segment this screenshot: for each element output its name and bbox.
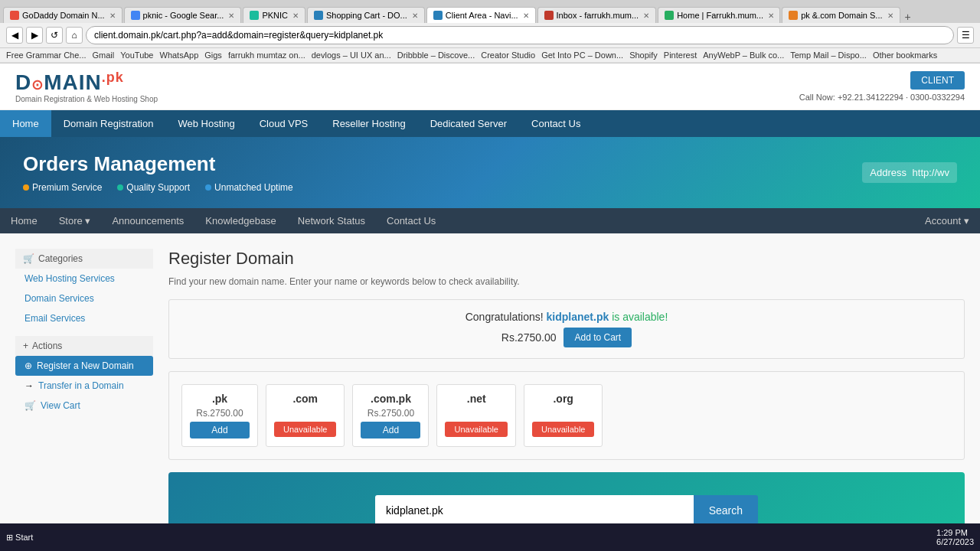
- browser-tabs: GoDaddy Domain N... ✕ pknic - Google Sea…: [0, 0, 980, 23]
- bookmark-pinterest[interactable]: Pinterest: [664, 51, 697, 60]
- nav-web-hosting[interactable]: Web Hosting: [165, 110, 247, 137]
- tab-inbox[interactable]: Inbox - farrukh.mum... ✕: [537, 7, 657, 23]
- bookmark-tempmail[interactable]: Temp Mail – Dispo...: [790, 51, 867, 60]
- main-content: Register Domain Find your new domain nam…: [168, 249, 965, 551]
- nav-reseller-hosting[interactable]: Reseller Hosting: [320, 110, 417, 137]
- sidebar-item-webhosting[interactable]: Web Hosting Services: [15, 269, 153, 289]
- bookmark-grammar[interactable]: Free Grammar Che...: [6, 51, 87, 60]
- site-header: D⊙MAIN.pk Domain Registration & Web Host…: [0, 64, 980, 110]
- banner-feature-uptime: Unmatched Uptime: [205, 182, 293, 193]
- search-button[interactable]: Search: [694, 495, 758, 526]
- domain-card-net: .net Unavailable: [436, 384, 515, 447]
- bookmark-whatsapp[interactable]: WhatsApp: [160, 51, 199, 60]
- congratulations-text: Congratulations!: [466, 311, 544, 323]
- browser-chrome: GoDaddy Domain N... ✕ pknic - Google Sea…: [0, 0, 980, 64]
- sec-nav-knowledgebase[interactable]: Knowledgebase: [194, 208, 287, 233]
- bookmark-gmail[interactable]: Gmail: [93, 51, 115, 60]
- available-banner: Congratulations! kidplanet.pk is availab…: [168, 299, 965, 359]
- page-desc: Find your new domain name. Enter your na…: [168, 276, 965, 287]
- sidebar-item-email-services[interactable]: Email Services: [15, 308, 153, 328]
- logo-text: D⊙MAIN.pk: [15, 70, 158, 95]
- bookmark-creator[interactable]: Creator Studio: [481, 51, 535, 60]
- sidebar-transfer-domain[interactable]: → Transfer in a Domain: [15, 376, 153, 396]
- transfer-icon: →: [24, 380, 34, 391]
- bookmark-anywebp[interactable]: AnyWebP – Bulk co...: [703, 51, 784, 60]
- bookmark-youtube[interactable]: YouTube: [120, 51, 153, 60]
- bookmark-dribbble[interactable]: Dribbble – Discove...: [397, 51, 475, 60]
- sidebar-actions-title: + Actions: [15, 336, 153, 356]
- address-bar[interactable]: [86, 26, 954, 44]
- bookmark-getinto[interactable]: Get Into PC – Down...: [541, 51, 623, 60]
- dot-quality: [117, 184, 123, 191]
- add-compk-button[interactable]: Add: [361, 422, 420, 439]
- bookmark-shopify[interactable]: Shopify: [629, 51, 658, 60]
- content-wrapper: 🛒 Categories Web Hosting Services Domain…: [0, 233, 980, 551]
- cart-icon: 🛒: [23, 253, 34, 264]
- bookmark-devlogs[interactable]: devlogs – UI UX an...: [312, 51, 391, 60]
- domain-card-org: .org Unavailable: [524, 384, 603, 447]
- unavailable-com-button: Unavailable: [274, 422, 336, 437]
- nav-cloud-vps[interactable]: Cloud VPS: [247, 110, 321, 137]
- available-text: Congratulations! kidplanet.pk is availab…: [180, 311, 953, 323]
- sidebar-register-domain[interactable]: ⊕ Register a New Domain: [15, 356, 153, 376]
- plus-icon: +: [23, 341, 28, 351]
- address-value: http://wv: [913, 167, 949, 178]
- view-cart-icon: 🛒: [24, 400, 36, 411]
- start-button[interactable]: ⊞ Start: [6, 533, 33, 543]
- sec-nav-announcements[interactable]: Announcements: [101, 208, 194, 233]
- page-wrapper: D⊙MAIN.pk Domain Registration & Web Host…: [0, 64, 980, 551]
- domain-card-com: .com Unavailable: [266, 384, 345, 447]
- domain-options: .pk Rs.2750.00 Add .com Unavailable .com…: [168, 371, 965, 460]
- bookmark-other[interactable]: Other bookmarks: [873, 51, 937, 60]
- sec-nav-contact[interactable]: Contact Us: [376, 208, 446, 233]
- account-button[interactable]: Account ▾: [914, 208, 980, 233]
- tab-shopping-cart[interactable]: Shopping Cart - DO... ✕: [307, 7, 425, 23]
- nav-contact-us[interactable]: Contact Us: [519, 110, 593, 137]
- domain-card-pk: .pk Rs.2750.00 Add: [181, 384, 258, 447]
- forward-button[interactable]: ▶: [26, 27, 43, 44]
- home-browser-button[interactable]: ⌂: [66, 27, 83, 44]
- domain-search-input[interactable]: [375, 495, 694, 526]
- tab-pknic-search[interactable]: pknic - Google Sear... ✕: [124, 7, 242, 23]
- banner-title: Orders Management: [23, 152, 293, 176]
- bookmark-farrukh[interactable]: farrukh mumtaz on...: [228, 51, 305, 60]
- client-button[interactable]: CLIENT: [910, 71, 965, 90]
- sec-nav-home[interactable]: Home: [0, 208, 48, 233]
- sidebar-view-cart[interactable]: 🛒 View Cart: [15, 396, 153, 416]
- sidebar-item-domain-services[interactable]: Domain Services: [15, 289, 153, 308]
- domain-cards: .pk Rs.2750.00 Add .com Unavailable .com…: [181, 384, 952, 447]
- tab-client-area[interactable]: Client Area - Navi... ✕: [426, 7, 536, 23]
- domain-price: Rs.2750.00: [501, 331, 557, 344]
- tab-pk-com[interactable]: pk &.com Domain S... ✕: [782, 7, 900, 23]
- refresh-button[interactable]: ↺: [46, 27, 63, 44]
- tab-home-farrukh[interactable]: Home | Farrukh.mum... ✕: [658, 7, 780, 23]
- sidebar-categories-title: 🛒 Categories: [15, 249, 153, 269]
- domain-card-compk: .com.pk Rs.2750.00 Add: [352, 384, 429, 447]
- settings-browser-button[interactable]: ☰: [957, 27, 974, 44]
- add-to-cart-button[interactable]: Add to Cart: [564, 328, 632, 347]
- bookmark-gigs[interactable]: Gigs: [204, 51, 222, 60]
- banner-feature-premium: Premium Service: [23, 182, 102, 193]
- header-right: CLIENT Call Now: +92.21.34122294 · 0300-…: [799, 71, 965, 102]
- add-pk-button[interactable]: Add: [190, 422, 250, 439]
- back-button[interactable]: ◀: [6, 27, 23, 44]
- nav-dedicated-server[interactable]: Dedicated Server: [418, 110, 519, 137]
- dot-premium: [23, 184, 29, 191]
- tab-pknic[interactable]: PKNIC ✕: [243, 7, 305, 23]
- sidebar: 🛒 Categories Web Hosting Services Domain…: [15, 249, 153, 551]
- new-tab-button[interactable]: +: [905, 11, 911, 23]
- sec-nav-network[interactable]: Network Status: [287, 208, 376, 233]
- address-label: Address: [870, 167, 906, 178]
- banner-features: Premium Service Quality Support Unmatche…: [23, 182, 293, 193]
- sidebar-actions: + Actions ⊕ Register a New Domain → Tran…: [15, 336, 153, 416]
- main-nav: Home Domain Registration Web Hosting Clo…: [0, 110, 980, 137]
- available-word: is available!: [612, 311, 668, 323]
- nav-home[interactable]: Home: [0, 110, 51, 137]
- nav-domain-registration[interactable]: Domain Registration: [51, 110, 166, 137]
- banner: Orders Management Premium Service Qualit…: [0, 137, 980, 208]
- sec-nav-store[interactable]: Store ▾: [48, 208, 102, 233]
- dot-uptime: [205, 184, 211, 191]
- sidebar-categories: 🛒 Categories Web Hosting Services Domain…: [15, 249, 153, 328]
- tab-godaddy[interactable]: GoDaddy Domain N... ✕: [3, 7, 122, 23]
- browser-nav: ◀ ▶ ↺ ⌂ ☰: [0, 23, 980, 48]
